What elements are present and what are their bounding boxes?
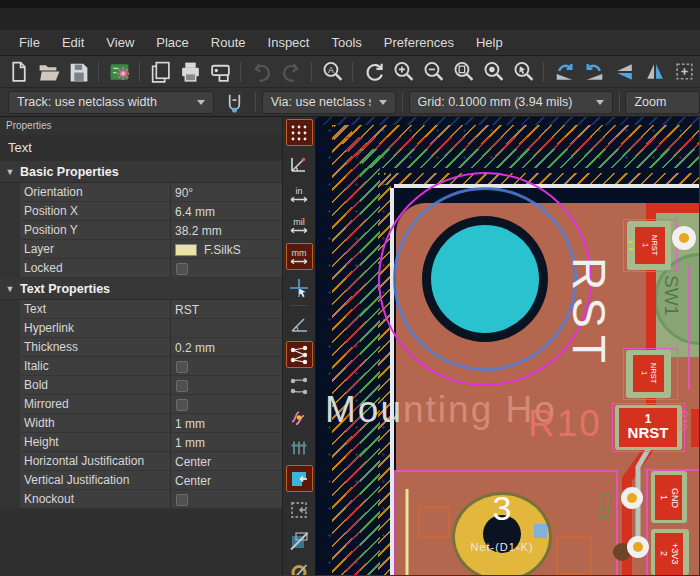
property-value[interactable]: 1 mm [175, 417, 205, 431]
section-header[interactable]: ▼Basic Properties [0, 161, 282, 183]
menu-item-edit[interactable]: Edit [51, 32, 95, 53]
board-setup-button[interactable] [105, 58, 133, 86]
property-value-cell[interactable] [170, 490, 282, 508]
save-board-button[interactable] [64, 58, 92, 86]
zoom-dropdown[interactable]: Zoom [625, 91, 700, 114]
menu-item-tools[interactable]: Tools [320, 32, 372, 53]
property-value-cell[interactable]: 38.2 mm [170, 221, 282, 239]
layer-value[interactable]: F.SilkS [204, 243, 241, 257]
find-button[interactable]: A [318, 58, 346, 86]
via-display-button[interactable] [286, 558, 313, 575]
menu-item-file[interactable]: File [8, 32, 51, 53]
pad-label: 2+3V3 [658, 543, 681, 564]
zoom-out-icon [422, 60, 445, 83]
menu-item-preferences[interactable]: Preferences [373, 32, 465, 53]
menu-item-help[interactable]: Help [465, 32, 514, 53]
mounting-hole-label: Mounting Ho [325, 389, 557, 431]
flip-vertical-button[interactable] [610, 58, 638, 86]
properties-panel: Properties Text ▼Basic PropertiesOrienta… [0, 117, 283, 575]
zoom-fit-objects-button[interactable] [479, 58, 507, 86]
rotate-cw-button[interactable] [580, 58, 608, 86]
property-value-cell[interactable]: Center [170, 471, 282, 489]
property-value-cell[interactable] [170, 357, 282, 375]
page-settings-icon [149, 60, 172, 83]
units-inches-button[interactable]: in [286, 181, 313, 208]
grid-visibility-button[interactable] [286, 119, 313, 146]
property-value-cell[interactable]: Center [170, 452, 282, 470]
bold-checkbox[interactable] [176, 380, 188, 392]
new-board-button[interactable] [4, 58, 32, 86]
property-value[interactable]: 38.2 mm [175, 224, 222, 238]
property-value[interactable]: Center [175, 455, 211, 469]
pcb-canvas[interactable]: SW1 RST Mounting Ho R10 [316, 117, 699, 575]
paste-tick [629, 241, 633, 243]
cursor-full-crosshair-button[interactable] [286, 274, 313, 301]
zone-fill-display-button[interactable] [286, 465, 313, 492]
highlight-nets-icon [288, 406, 310, 428]
property-value[interactable]: 6.4 mm [175, 205, 215, 219]
rotate-ccw-icon [553, 60, 576, 83]
zoom-selection-button[interactable] [509, 58, 537, 86]
grid-visibility-icon [288, 122, 310, 144]
ratsnest-curved-button[interactable] [286, 372, 313, 399]
menu-item-route[interactable]: Route [200, 32, 257, 53]
section-header[interactable]: ▼Text Properties [0, 278, 282, 300]
zoom-fit-page-button[interactable] [449, 58, 477, 86]
property-value[interactable]: RST [175, 303, 199, 317]
mirrored-checkbox[interactable] [176, 399, 188, 411]
units-mils-button[interactable]: mil [286, 212, 313, 239]
menu-item-place[interactable]: Place [145, 32, 200, 53]
window-titlebar[interactable] [0, 0, 700, 30]
property-value[interactable]: 90° [175, 186, 193, 200]
property-value-cell[interactable] [170, 319, 282, 337]
page-settings-button[interactable] [146, 58, 174, 86]
open-board-button[interactable] [34, 58, 62, 86]
net-colors-button[interactable] [286, 434, 313, 461]
print-button[interactable] [176, 58, 204, 86]
property-value-cell[interactable] [170, 376, 282, 394]
italic-checkbox[interactable] [176, 361, 188, 373]
property-label: Knockout [20, 490, 170, 508]
refresh-button[interactable] [359, 58, 387, 86]
knockout-checkbox[interactable] [176, 494, 188, 506]
polar-coordinates-button[interactable] [286, 150, 313, 177]
property-value[interactable]: 1 mm [175, 436, 205, 450]
property-value-cell[interactable]: 1 mm [170, 414, 282, 432]
track-posture-button[interactable] [221, 88, 249, 116]
zone-fill-off-button[interactable] [286, 527, 313, 554]
cursor-full-crosshair-icon [288, 277, 310, 299]
redo-button[interactable] [277, 58, 305, 86]
undo-button[interactable] [247, 58, 275, 86]
units-mm-button[interactable]: mm [286, 243, 313, 270]
menu-item-inspect[interactable]: Inspect [257, 32, 321, 53]
track-width-dropdown[interactable]: Track: use netclass width [8, 91, 214, 114]
menu-item-view[interactable]: View [95, 32, 145, 53]
via-size-dropdown[interactable]: Via: use netclass sizes [262, 91, 396, 114]
property-label: Bold [20, 376, 170, 394]
property-value-cell[interactable]: 90° [170, 183, 282, 201]
zoom-out-button[interactable] [419, 58, 447, 86]
property-value[interactable]: 0.2 mm [175, 341, 215, 355]
fab-ghost-rect [556, 536, 592, 575]
highlight-nets-button[interactable] [286, 403, 313, 430]
flip-horizontal-button[interactable] [640, 58, 668, 86]
row-gutter [0, 433, 20, 451]
separator [290, 305, 308, 306]
property-value-cell[interactable]: RST [170, 300, 282, 318]
property-value[interactable]: Center [175, 474, 211, 488]
property-value-cell[interactable]: 6.4 mm [170, 202, 282, 220]
property-value-cell[interactable]: 1 mm [170, 433, 282, 451]
measure-angle-button[interactable] [286, 310, 313, 337]
plot-button[interactable] [206, 58, 234, 86]
property-value-cell[interactable]: 0.2 mm [170, 338, 282, 356]
rotate-ccw-button[interactable] [550, 58, 578, 86]
zoom-in-button[interactable] [389, 58, 417, 86]
property-value-cell[interactable] [170, 259, 282, 277]
zone-outline-display-button[interactable] [286, 496, 313, 523]
locked-checkbox[interactable] [176, 263, 188, 275]
ratsnest-visibility-button[interactable] [286, 341, 313, 368]
property-value-cell[interactable] [170, 395, 282, 413]
grid-dropdown[interactable]: Grid: 0.1000 mm (3.94 mils) [409, 91, 613, 114]
property-value-cell[interactable]: F.SilkS [170, 240, 282, 258]
group-button[interactable] [670, 58, 698, 86]
